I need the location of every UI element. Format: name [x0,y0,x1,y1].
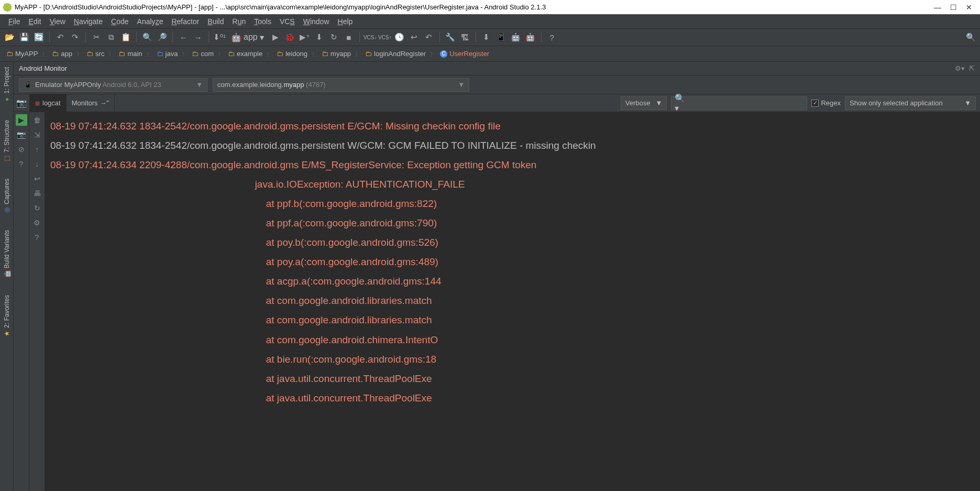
crumb-main[interactable]: 🗀main [115,50,145,58]
crumb-example[interactable]: 🗀example [225,50,266,58]
breadcrumb-bar: 🗀MyAPP 🗀app 🗀src 🗀main 🗀java 🗀com 🗀examp… [0,46,980,62]
open-icon[interactable]: 📂 [3,31,16,43]
print-icon[interactable]: 🖶 [31,188,43,199]
crumb-leidong[interactable]: 🗀leidong [273,50,311,58]
find-icon[interactable]: 🔍 [141,31,153,43]
filter-combo[interactable]: Show only selected application▼ [845,96,976,110]
crumb-login[interactable]: 🗀loginAndRegister [362,50,429,58]
vcs-history-icon[interactable]: 🕓 [393,31,406,43]
crumb-java[interactable]: 🗀java [153,50,181,58]
screenshot-icon[interactable]: 📷 [16,129,27,140]
wrap-icon[interactable]: ↩ [31,173,43,184]
menu-run[interactable]: Run [228,17,250,26]
process-combo[interactable]: com.example.leidong.myapp (4787) ▼ [213,78,469,92]
maximize-button[interactable]: ☐ [945,2,961,13]
crumb-label: app [61,50,72,58]
copy-icon[interactable]: ⧉ [105,31,117,43]
menu-view[interactable]: View [46,17,70,26]
undo-icon[interactable]: ↶ [54,31,67,43]
tab-logcat[interactable]: ≣logcat [29,94,67,112]
regex-checkbox[interactable]: ✓ Regex [811,99,841,107]
gear-icon[interactable]: ⚙ [31,217,43,228]
debug-icon[interactable]: 🐞 [284,31,296,43]
log-output[interactable]: 08-19 07:41:24.632 1834-2542/com.google.… [45,112,980,491]
tab-favorites[interactable]: ★2: Favorites [3,292,10,341]
stop-icon[interactable]: ■ [343,31,355,43]
search-everywhere-icon[interactable]: 🔍 [964,31,977,43]
settings-icon[interactable]: 🔧 [444,31,457,43]
help-icon[interactable]: ? [31,232,43,243]
hide-icon[interactable]: ⇱ [969,64,975,72]
crumb-src[interactable]: 🗀src [83,50,107,58]
log-level-combo[interactable]: Verbose▼ [621,96,667,110]
separator [541,32,542,42]
stop-icon[interactable]: ⊘ [16,144,27,155]
separator [476,32,476,42]
android-monitor-icon[interactable]: 🤖 [510,31,522,43]
crumb-label: leidong [285,50,307,58]
replace-icon[interactable]: 🔎 [156,31,168,43]
log-search[interactable]: 🔍▾ [671,96,807,110]
menu-build[interactable]: Build [203,17,228,26]
run-icon[interactable]: ▶ [16,114,27,126]
camera-icon[interactable]: 📷 [16,98,27,108]
chevron-right-icon [311,50,318,58]
device-combo[interactable]: 📱 Emulator MyAPPOnly Android 6.0, API 23… [19,78,207,92]
crumb-class[interactable]: CUserRegister [437,50,492,58]
tab-monitors[interactable]: Monitors →" [67,94,115,112]
save-icon[interactable]: 💾 [18,31,30,43]
run-config-selector[interactable]: 🤖 app ▾ [228,32,267,42]
device-icon: 📱 [24,81,32,89]
profile-icon[interactable]: ▶⁺ [299,31,311,43]
menu-file[interactable]: File [4,17,25,26]
gear-icon[interactable]: ⚙▾ [955,64,965,72]
menu-vcs[interactable]: VCS [276,17,299,26]
clear-icon[interactable]: 🗑 [31,114,43,126]
forward-icon[interactable]: → [192,31,204,43]
menu-window[interactable]: Window [299,17,334,26]
vcs-revert-icon[interactable]: ↩ [408,31,421,43]
tab-build-variants[interactable]: 🤖Build Variants [3,227,10,281]
tab-structure[interactable]: ⬚7: Structure [3,117,10,165]
project-structure-icon[interactable]: 🏗 [459,31,471,43]
minimize-button[interactable]: — [930,2,945,13]
redo-icon[interactable]: ↷ [69,31,81,43]
make-icon[interactable]: ⬇⁰¹ [213,31,226,43]
back-icon[interactable]: ← [177,31,190,43]
run-icon[interactable]: ▶ [269,31,282,43]
vcs-branch-icon[interactable]: ↶ [423,31,435,43]
tab-project[interactable]: ●1: Project [3,64,10,106]
menu-help[interactable]: Help [334,17,357,26]
menu-refactor[interactable]: Refactor [167,17,203,26]
scroll-end-icon[interactable]: ⇲ [31,129,43,140]
sdk-manager-icon[interactable]: ⬇ [480,31,493,43]
crumb-root[interactable]: 🗀MyAPP [3,50,41,58]
crumb-app[interactable]: 🗀app [49,50,75,58]
avd-manager-icon[interactable]: 📱 [495,31,508,43]
device-name: Emulator MyAPPOnly Android 6.0, API 23 [35,81,161,89]
crumb-myapp[interactable]: 🗀myapp [318,50,354,58]
vcs-update-icon[interactable]: VCS↓ [364,31,377,43]
down-icon[interactable]: ↓ [31,158,43,170]
crumb-com[interactable]: 🗀com [189,50,217,58]
menu-navigate[interactable]: Navigate [70,17,107,26]
rerun-icon[interactable]: ↻ [328,31,340,43]
menu-edit[interactable]: Edit [25,17,46,26]
tab-captures[interactable]: ◎Captures [3,176,10,217]
attach-icon[interactable]: ⬇ [313,31,326,43]
vcs-commit-icon[interactable]: VCS↑ [379,31,391,43]
ddms-icon[interactable]: 🤖 [524,31,537,43]
menu-tools[interactable]: Tools [250,17,276,26]
menu-analyze[interactable]: Analyze [133,17,168,26]
restart-icon[interactable]: ↻ [31,202,43,214]
log-search-input[interactable] [690,99,803,107]
help-icon[interactable]: ? [546,31,558,43]
paste-icon[interactable]: 📋 [119,31,132,43]
cut-icon[interactable]: ✂ [90,31,103,43]
close-button[interactable]: ✕ [961,2,977,13]
menu-code[interactable]: Code [107,17,133,26]
up-icon[interactable]: ↑ [31,144,43,155]
chevron-right-icon [107,50,115,58]
help-icon[interactable]: ? [16,158,27,170]
sync-icon[interactable]: 🔄 [32,31,45,43]
